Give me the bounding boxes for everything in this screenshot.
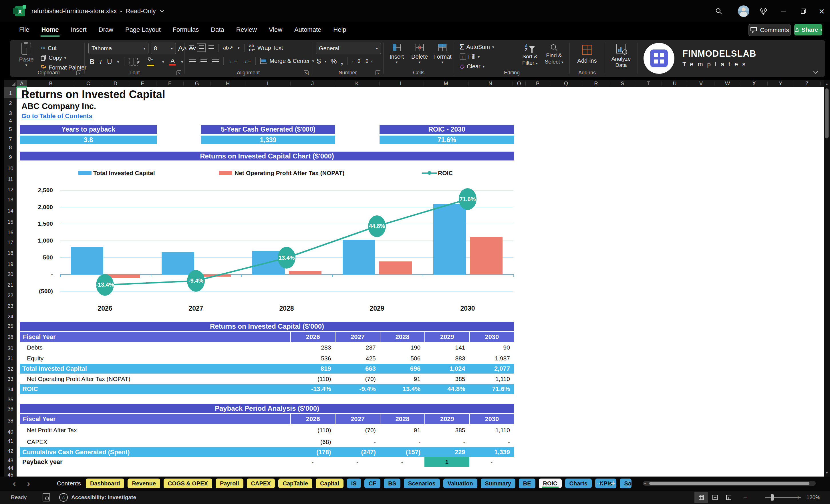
row-header-20[interactable]: 20 [4, 272, 17, 277]
column-header-m[interactable]: M [423, 80, 468, 87]
sheet-tab-charts[interactable]: Charts [565, 478, 592, 488]
row-header-25[interactable]: 25 [4, 323, 17, 329]
row-header-42[interactable]: 42 [4, 448, 17, 454]
column-header-i[interactable]: I [245, 80, 290, 87]
sheet-tab-dashboard[interactable]: Dashboard [86, 478, 124, 488]
percent-format-button[interactable]: % [331, 57, 337, 65]
sheet-tab-captable[interactable]: CapTable [278, 478, 312, 488]
font-family-select[interactable]: Tahoma▾ [88, 43, 149, 54]
row-header-34[interactable]: 34 [4, 387, 17, 392]
sheet-tab-contents[interactable]: Contents [53, 476, 85, 490]
column-headers[interactable]: ABCDEFGHIJKLMNOPQRSTUVWXYZ [17, 80, 824, 87]
currency-format-button[interactable]: $ [317, 57, 321, 65]
scroll-up-arrow-icon[interactable]: ▴ [824, 82, 830, 86]
format-cells-button[interactable]: Format ▾ [433, 44, 452, 64]
row-header-1[interactable]: 1 [4, 91, 17, 96]
increase-indent-button[interactable]: →≡ [242, 58, 251, 64]
column-header-q[interactable]: Q [550, 80, 582, 87]
horizontal-scrollbar[interactable]: ◂ [643, 481, 816, 486]
sheet-tab-be[interactable]: BE [519, 478, 535, 488]
menu-tab-home[interactable]: Home [35, 22, 65, 37]
page-break-view-button[interactable] [722, 492, 736, 503]
borders-button[interactable]: ▾ [130, 58, 139, 65]
menu-tab-review[interactable]: Review [230, 22, 263, 37]
zoom-slider-thumb[interactable] [771, 494, 774, 501]
fill-button[interactable]: ↓Fill▾ [458, 52, 496, 62]
insert-cells-button[interactable]: Insert ▾ [387, 44, 407, 64]
zoom-out-button[interactable]: − [743, 493, 747, 502]
alignment-dialog-launcher[interactable]: ↘ [304, 70, 309, 75]
minimize-button[interactable] [777, 5, 789, 17]
row-header-44[interactable]: 44 [4, 465, 17, 471]
document-title[interactable]: refurbished-furniture-store.xlsx - Read-… [31, 0, 164, 22]
select-all-corner[interactable] [4, 80, 17, 87]
align-center-button[interactable] [200, 59, 208, 63]
number-dialog-launcher[interactable]: ↘ [375, 70, 380, 75]
menu-tab-automate[interactable]: Automate [288, 22, 327, 37]
align-bottom-button[interactable] [209, 45, 214, 50]
sheet-tab-capex[interactable]: CAPEX [247, 478, 275, 488]
premium-gem-icon[interactable] [757, 5, 769, 17]
comments-button[interactable]: Comments [748, 24, 791, 36]
row-header-31[interactable]: 31 [4, 356, 17, 361]
align-middle-button[interactable] [199, 45, 204, 50]
addins-button[interactable]: Add-ins [571, 45, 603, 64]
row-header-5[interactable]: 5 [4, 127, 17, 132]
sheet-tab-scenarios[interactable]: Scenarios [404, 478, 440, 488]
row-header-18[interactable]: 18 [4, 251, 17, 256]
comma-format-button[interactable]: , [341, 56, 343, 66]
zoom-slider[interactable] [765, 497, 801, 498]
bold-button[interactable]: B [90, 58, 94, 66]
sheet-tab-summary[interactable]: Summary [481, 478, 515, 488]
analyze-data-button[interactable]: AnalyzeData [606, 44, 636, 68]
row-header-24[interactable]: 24 [4, 314, 17, 319]
row-header-16[interactable]: 16 [4, 230, 17, 235]
add-sheet-button[interactable]: + [607, 476, 619, 490]
row-header-21[interactable]: 21 [4, 282, 17, 287]
row-header-13[interactable]: 13 [4, 197, 17, 202]
column-header-j[interactable]: J [290, 80, 334, 87]
merge-center-button[interactable]: Merge & Center▾ [260, 58, 314, 64]
column-header-e[interactable]: E [129, 80, 156, 87]
horizontal-scrollbar-thumb[interactable] [649, 482, 809, 485]
share-button[interactable]: Share ▾ [794, 24, 822, 35]
row-header-23[interactable]: 23 [4, 304, 17, 309]
row-header-8[interactable]: 8 [4, 145, 17, 150]
column-header-g[interactable]: G [183, 80, 211, 87]
row-header-32[interactable]: 32 [4, 367, 17, 372]
column-header-w[interactable]: W [714, 80, 741, 87]
paste-button[interactable]: Paste ▾ [16, 43, 37, 67]
row-header-35[interactable]: 35 [4, 397, 17, 402]
menu-tab-draw[interactable]: Draw [93, 22, 119, 37]
sheet-tab-revenue[interactable]: Revenue [128, 478, 160, 488]
sheet-tab-payroll[interactable]: Payroll [216, 478, 244, 488]
row-header-36[interactable]: 36 [4, 406, 17, 411]
delete-cells-button[interactable]: × Delete ▾ [410, 44, 429, 64]
vertical-scrollbar-thumb[interactable] [825, 88, 829, 138]
row-header-28[interactable]: 28 [4, 335, 17, 340]
column-header-b[interactable]: B [27, 80, 75, 87]
menu-tab-file[interactable]: File [13, 22, 35, 37]
find-select-button[interactable]: Find &Select ▾ [543, 44, 565, 65]
fill-color-button[interactable] [145, 56, 157, 67]
decrease-decimal-button[interactable]: .0→ [364, 58, 373, 64]
column-header-o[interactable]: O [513, 80, 525, 87]
row-header-10[interactable]: 10 [4, 166, 17, 171]
wrap-text-button[interactable]: abc↩ Wrap Text [249, 44, 283, 52]
row-header-30[interactable]: 30 [4, 346, 17, 351]
row-header-4[interactable]: 4 [4, 118, 17, 123]
autosum-button[interactable]: ΣAutoSum▾ [458, 42, 496, 52]
menu-tab-help[interactable]: Help [327, 22, 352, 37]
font-dialog-launcher[interactable]: ↘ [177, 70, 181, 75]
underline-button[interactable]: U [107, 58, 112, 66]
menu-tab-formulas[interactable]: Formulas [167, 22, 205, 37]
align-right-button[interactable] [212, 59, 219, 63]
scroll-down-arrow-icon[interactable]: ▾ [824, 470, 830, 475]
tabs-scroll-right-icon[interactable]: › [23, 476, 34, 490]
row-header-43[interactable]: 43 [4, 458, 17, 463]
vertical-scrollbar[interactable]: ▴ ▾ [824, 80, 830, 476]
row-header-3[interactable]: 3 [4, 111, 17, 116]
column-header-h[interactable]: H [211, 80, 245, 87]
macro-record-icon[interactable] [43, 494, 50, 501]
column-header-u[interactable]: U [662, 80, 688, 87]
